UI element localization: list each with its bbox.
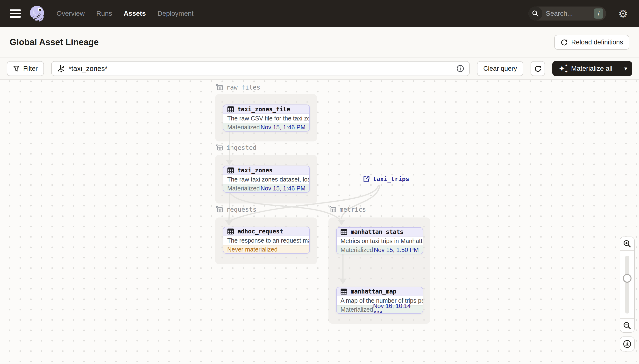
table-icon [341, 228, 347, 235]
search-icon [528, 6, 542, 20]
sparkle-icon: ✦ ✦ ✦ [558, 64, 567, 73]
asset-status-bar: Materialized Nov 16, 10:14 AM [337, 305, 423, 313]
lineage-graph-canvas[interactable]: raw_files ingested requests metrics taxi… [0, 80, 639, 364]
materialization-timestamp: Nov 15, 1:46 PM [261, 124, 305, 131]
table-icon [227, 228, 234, 235]
status-label: Materialized [341, 246, 373, 254]
group-table-icon [329, 206, 337, 214]
top-navbar: Overview Runs Assets Deployment Search..… [0, 0, 639, 27]
page-title: Global Asset Lineage [10, 37, 99, 47]
query-value: *taxi_zones* [69, 65, 452, 73]
refresh-graph-button[interactable] [530, 61, 545, 76]
asset-status-bar: Materialized Nov 15, 1:46 PM [223, 123, 309, 131]
table-icon [227, 106, 234, 113]
settings-gear-icon[interactable]: ⚙ [617, 7, 629, 20]
group-label-metrics: metrics [329, 206, 366, 214]
filter-funnel-icon [13, 65, 20, 72]
page-header: Global Asset Lineage Reload definitions [0, 27, 639, 58]
asset-description: The raw CSV file for the taxi zones dat.… [223, 114, 309, 123]
hamburger-menu-icon[interactable] [10, 10, 21, 18]
materialize-all-split-button: ✦ ✦ ✦ Materialize all ▾ [552, 61, 632, 76]
materialization-timestamp: Nov 15, 1:50 PM [374, 246, 419, 254]
group-label-requests: requests [216, 206, 256, 214]
table-icon [341, 288, 347, 295]
edge-taxi-trips-to-manhattan-stats [341, 186, 380, 219]
graph-query-icon [57, 64, 65, 73]
refresh-icon [534, 65, 541, 72]
zoom-out-icon [623, 322, 631, 330]
zoom-out-button[interactable] [620, 318, 634, 332]
group-table-icon [216, 144, 223, 152]
asset-node-manhattan-stats[interactable]: manhattan_stats Metrics on taxi trips in… [336, 227, 423, 254]
primary-nav: Overview Runs Assets Deployment [57, 10, 193, 18]
group-label-raw-files: raw_files [216, 84, 260, 91]
refresh-icon [560, 38, 568, 46]
zoom-slider-track[interactable] [625, 256, 629, 314]
nav-link-overview[interactable]: Overview [57, 10, 85, 18]
zoom-controls [620, 236, 635, 332]
reload-definitions-button[interactable]: Reload definitions [554, 35, 629, 50]
asset-node-adhoc-request[interactable]: adhoc_request The response to an request… [223, 227, 310, 254]
status-label: Materialized [341, 306, 373, 313]
download-graph-button[interactable] [620, 336, 635, 352]
group-table-icon [216, 84, 223, 91]
zoom-in-button[interactable] [620, 237, 634, 251]
asset-status-bar: Materialized Nov 15, 1:46 PM [223, 184, 309, 192]
status-label: Never materialized [227, 246, 277, 253]
dagster-logo[interactable] [29, 5, 46, 22]
info-icon[interactable] [456, 64, 464, 73]
asset-node-taxi-zones[interactable]: taxi_zones The raw taxi zones dataset, l… [223, 166, 310, 192]
materialization-timestamp: Nov 16, 10:14 AM [373, 302, 419, 314]
nav-link-assets[interactable]: Assets [124, 10, 146, 18]
status-label: Materialized [227, 185, 260, 192]
search-input[interactable]: Search... / [528, 6, 606, 20]
download-icon [622, 340, 632, 348]
asset-description: The response to an request made in th... [223, 236, 309, 245]
nav-link-runs[interactable]: Runs [96, 10, 112, 18]
zoom-slider[interactable] [620, 251, 634, 318]
asset-selection-query-input[interactable]: *taxi_zones* [51, 61, 470, 76]
chevron-down-icon: ▾ [624, 65, 627, 72]
asset-status-bar: Materialized Nov 15, 1:50 PM [337, 246, 423, 254]
external-link-icon [363, 175, 370, 182]
materialize-options-caret[interactable]: ▾ [619, 61, 632, 76]
status-label: Materialized [227, 124, 260, 131]
asset-node-manhattan-map[interactable]: manhattan_map A map of the number of tri… [336, 287, 423, 314]
group-label-ingested: ingested [216, 144, 256, 152]
filter-button[interactable]: Filter [7, 61, 44, 76]
external-asset-taxi-trips[interactable]: taxi_trips [363, 175, 409, 182]
lineage-toolbar: Filter *taxi_zones* Clear query ✦ ✦ ✦ [0, 58, 639, 80]
zoom-in-icon [623, 240, 631, 248]
nav-link-deployment[interactable]: Deployment [158, 10, 193, 18]
materialization-timestamp: Nov 15, 1:46 PM [261, 185, 305, 192]
materialize-all-button[interactable]: ✦ ✦ ✦ Materialize all [552, 61, 619, 76]
zoom-slider-handle[interactable] [623, 274, 631, 283]
search-placeholder: Search... [546, 10, 594, 18]
asset-description: Metrics on taxi trips in Manhattan [337, 236, 423, 246]
search-shortcut-badge: / [594, 8, 603, 18]
asset-node-taxi-zones-file[interactable]: taxi_zones_file The raw CSV file for the… [223, 104, 310, 132]
asset-status-bar: Never materialized [223, 245, 309, 253]
clear-query-button[interactable]: Clear query [477, 61, 523, 76]
group-table-icon [216, 206, 223, 214]
table-icon [227, 167, 234, 174]
lineage-edges [0, 80, 639, 364]
asset-description: The raw taxi zones dataset, loaded int..… [223, 175, 309, 184]
